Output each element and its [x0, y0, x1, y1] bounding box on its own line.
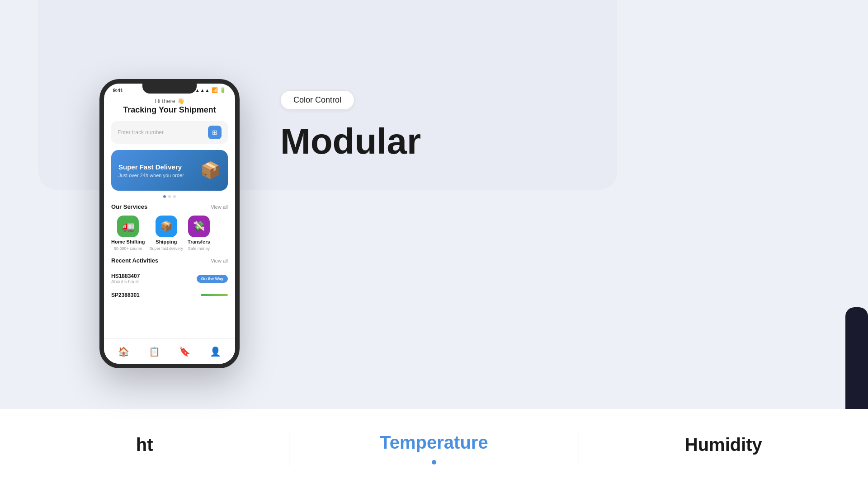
carousel-dot-temperature	[432, 460, 436, 465]
scan-button[interactable]: ⊞	[208, 126, 222, 139]
service-name-home: Home Shifting	[111, 239, 145, 244]
carousel-label-light: ht	[136, 435, 153, 455]
banner-title: Super Fast Delivery	[118, 163, 184, 171]
activities-view-all[interactable]: View all	[211, 258, 228, 263]
activity-row-2: SP2388301	[111, 288, 228, 302]
signal-icon: ▲▲▲	[195, 88, 210, 93]
status-icons: ▲▲▲ 📶 🔋	[195, 87, 226, 93]
carousel-item-light[interactable]: ht	[0, 409, 289, 488]
service-desc-home: 50,000+ courier	[114, 246, 142, 251]
color-control-badge[interactable]: Color Control	[280, 90, 354, 110]
service-desc-shipping: Super fast delivery	[150, 246, 184, 251]
dot-2	[173, 195, 176, 198]
activity-row-1: HS1883407 About 5 hours On the Way	[111, 269, 228, 288]
modular-title: Modular	[280, 123, 597, 160]
bottom-carousel: ht Temperature Humidity	[0, 409, 868, 488]
banner: Super Fast Delivery Just over 24h when y…	[111, 150, 228, 191]
service-home-shifting[interactable]: 🚛 Home Shifting 50,000+ courier	[111, 216, 145, 251]
service-transfers[interactable]: 💸 Transfers Safe money	[188, 216, 210, 251]
carousel-item-temperature[interactable]: Temperature	[289, 409, 578, 488]
nav-profile-icon[interactable]: 👤	[210, 346, 221, 357]
banner-dots	[111, 195, 228, 198]
activity-info-2: SP2388301	[111, 292, 140, 298]
carousel-label-humidity: Humidity	[685, 435, 762, 455]
dot-1	[168, 195, 171, 198]
nav-bookmark-icon[interactable]: 🔖	[179, 346, 190, 357]
phone-nav: 🏠 📋 🔖 👤	[104, 338, 235, 364]
phone-mockup: 9:41 ▲▲▲ 📶 🔋 Hi there 👋 Tracking Your Sh…	[99, 79, 240, 368]
banner-subtitle: Just over 24h when you order	[118, 173, 184, 178]
activity-time-1: About 5 hours	[111, 279, 140, 284]
phone-notch	[142, 84, 197, 94]
service-name-shipping: Shipping	[156, 239, 177, 244]
activities-label: Recent Activities	[111, 257, 158, 264]
service-name-transfers: Transfers	[188, 239, 210, 244]
services-label: Our Services	[111, 203, 147, 210]
services-row: 🚛 Home Shifting 50,000+ courier 📦 Shippi…	[111, 216, 228, 251]
banner-icon: 📦	[200, 161, 221, 180]
service-icon-shipping: 📦	[156, 216, 177, 237]
service-icon-transfers: 💸	[188, 216, 210, 237]
banner-text: Super Fast Delivery Just over 24h when y…	[118, 163, 184, 178]
status-time: 9:41	[113, 88, 123, 93]
search-bar[interactable]: Enter track number ⊞	[111, 121, 228, 144]
activity-id-1: HS1883407	[111, 273, 140, 279]
activity-info-1: HS1883407 About 5 hours	[111, 273, 140, 284]
greeting-text: Hi there 👋	[111, 98, 228, 104]
status-badge-1: On the Way	[197, 275, 228, 283]
status-progress-2	[201, 294, 228, 296]
carousel-item-humidity[interactable]: Humidity	[579, 409, 868, 488]
battery-icon: 🔋	[220, 87, 226, 93]
service-shipping[interactable]: 📦 Shipping Super fast delivery	[150, 216, 184, 251]
phone-frame: 9:41 ▲▲▲ 📶 🔋 Hi there 👋 Tracking Your Sh…	[99, 79, 240, 368]
carousel-label-temperature: Temperature	[380, 432, 488, 453]
scan-icon: ⊞	[212, 129, 217, 136]
search-placeholder: Enter track number	[118, 129, 164, 136]
phone-content: Hi there 👋 Tracking Your Shipment Enter …	[104, 93, 235, 302]
right-content: Color Control Modular	[280, 90, 597, 160]
service-desc-transfers: Safe money	[188, 246, 210, 251]
activity-id-2: SP2388301	[111, 292, 140, 298]
activities-header: Recent Activities View all	[111, 257, 228, 264]
services-view-all[interactable]: View all	[211, 204, 228, 210]
services-header: Our Services View all	[111, 203, 228, 210]
nav-orders-icon[interactable]: 📋	[149, 346, 160, 357]
nav-home-icon[interactable]: 🏠	[118, 346, 129, 357]
service-icon-home: 🚛	[117, 216, 139, 237]
page-title: Tracking Your Shipment	[111, 105, 228, 115]
dot-active	[163, 195, 166, 198]
wifi-icon: 📶	[212, 87, 218, 93]
